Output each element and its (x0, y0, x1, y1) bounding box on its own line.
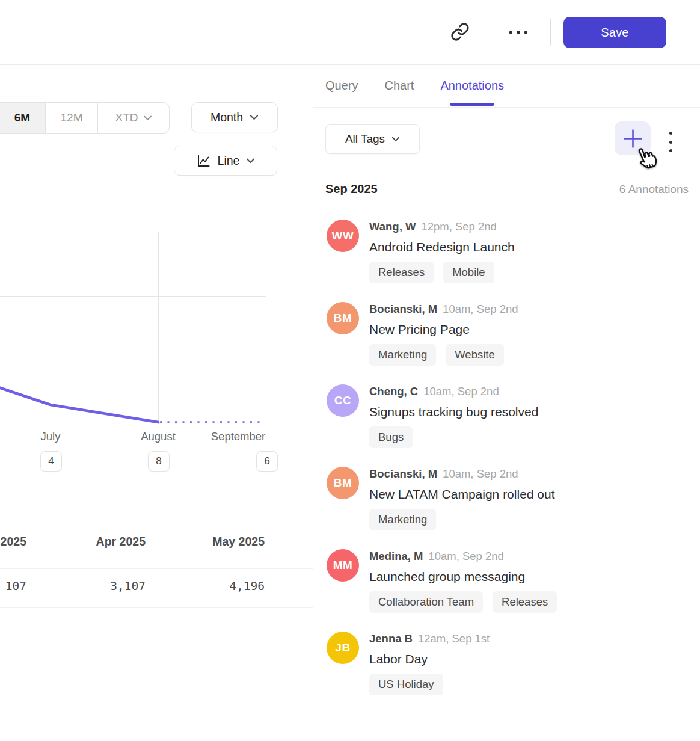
annotations-panel: Query Chart Annotations All Tags Sep 202… (313, 64, 700, 741)
gridline (266, 232, 266, 423)
timestamp: 12pm, Sep 2nd (421, 220, 496, 233)
tab-query[interactable]: Query (325, 64, 358, 107)
table-value-cell: 3,107 (26, 579, 146, 593)
timestamp: 10am, Sep 2nd (443, 467, 518, 481)
tag-pill[interactable]: Releases (369, 262, 434, 283)
tag-pill[interactable]: Collaboration Team (369, 591, 483, 613)
top-bar: Save (0, 0, 700, 65)
annotation-title: Launched group messaging (369, 567, 557, 587)
gridline (0, 360, 266, 360)
range-12m-button[interactable]: 12M (45, 103, 97, 133)
x-axis-label: September (202, 430, 274, 443)
range-xtd-button[interactable]: XTD (97, 103, 169, 133)
tab-annotations[interactable]: Annotations (440, 64, 504, 107)
link-icon (450, 22, 470, 43)
list-item[interactable]: JB Jenna B 12am, Sep 1st Labor Day US Ho… (327, 632, 700, 695)
more-options-button[interactable] (505, 24, 532, 41)
author-name: Bocianski, M (369, 303, 437, 316)
table-header-cell: Apr 2025 (26, 535, 146, 549)
timestamp: 10am, Sep 2nd (428, 550, 503, 563)
avatar: CC (327, 384, 359, 417)
chevron-down-icon (391, 136, 400, 142)
author-name: Medina, M (369, 550, 423, 563)
chart-panel: 6M 12M XTD Month Line July August Septem… (0, 64, 314, 741)
annotation-title: Labor Day (369, 649, 490, 669)
month-group-header: Sep 2025 6 Annotations (325, 182, 689, 196)
active-tab-underline (450, 103, 494, 106)
table-header-cell: May 2025 (146, 535, 265, 549)
save-button[interactable]: Save (563, 17, 666, 48)
table-value-cell: 4,196 (146, 579, 265, 593)
avatar: WW (327, 220, 359, 252)
header-divider (550, 19, 551, 46)
annotation-title: Android Redesign Launch (369, 237, 515, 257)
tag-filter-dropdown[interactable]: All Tags (325, 124, 420, 154)
chart-type-dropdown[interactable]: Line (174, 146, 277, 176)
timestamp: 10am, Sep 2nd (443, 303, 518, 316)
gridline (0, 232, 266, 232)
tag-pill[interactable]: Releases (493, 591, 557, 613)
granularity-dropdown[interactable]: Month (191, 102, 278, 132)
chevron-down-icon (246, 158, 255, 164)
kebab-icon (669, 132, 672, 135)
x-axis-label: July (14, 430, 87, 443)
timestamp: 12am, Sep 1st (418, 632, 490, 645)
gridline (0, 423, 266, 423)
list-item[interactable]: WW Wang, W 12pm, Sep 2nd Android Redesig… (327, 220, 700, 283)
tag-pill[interactable]: US Holiday (369, 674, 443, 695)
table-divider (0, 568, 313, 569)
annotation-list: WW Wang, W 12pm, Sep 2nd Android Redesig… (327, 220, 700, 714)
tag-pill[interactable]: Marketing (369, 344, 436, 366)
avatar: MM (327, 549, 359, 582)
table-divider (0, 607, 313, 608)
timestamp: 10am, Sep 2nd (423, 385, 499, 398)
table-header-cell: 2025 (0, 535, 26, 549)
list-item[interactable]: MM Medina, M 10am, Sep 2nd Launched grou… (327, 549, 700, 613)
tag-pill[interactable]: Mobile (443, 262, 494, 283)
annotation-count-badge[interactable]: 4 (40, 451, 62, 472)
annotation-title: New Pricing Page (369, 319, 518, 340)
annotation-count-badge[interactable]: 6 (256, 451, 278, 472)
metric-line-series (0, 227, 273, 429)
tag-pill[interactable]: Bugs (369, 426, 413, 448)
plus-icon (624, 129, 642, 148)
list-item[interactable]: BM Bocianski, M 10am, Sep 2nd New Pricin… (327, 302, 700, 366)
avatar: BM (327, 302, 359, 334)
range-6m-button[interactable]: 6M (0, 103, 45, 133)
ellipsis-icon (509, 31, 513, 34)
tag-pill[interactable]: Marketing (369, 509, 436, 530)
gridline (51, 232, 51, 423)
tag-pill[interactable]: Website (446, 344, 504, 366)
annotations-menu-button[interactable] (667, 132, 674, 152)
annotation-title: Signups tracking bug resolved (369, 402, 538, 422)
list-item[interactable]: CC Cheng, C 10am, Sep 2nd Signups tracki… (327, 384, 700, 448)
chevron-down-icon (143, 115, 152, 121)
tab-chart[interactable]: Chart (384, 64, 414, 107)
gridline (0, 296, 266, 297)
copy-link-button[interactable] (449, 21, 471, 44)
month-heading: Sep 2025 (325, 182, 378, 196)
author-name: Cheng, C (369, 385, 418, 398)
author-name: Jenna B (369, 632, 413, 645)
author-name: Wang, W (369, 220, 416, 233)
line-chart-icon (196, 153, 211, 168)
chevron-down-icon (250, 114, 259, 120)
add-annotation-button[interactable] (615, 121, 651, 155)
x-axis-label: August (122, 430, 194, 443)
annotation-title: New LATAM Campaign rolled out (369, 484, 555, 505)
table-value-cell: 107 (0, 579, 26, 593)
author-name: Bocianski, M (369, 467, 437, 481)
list-item[interactable]: BM Bocianski, M 10am, Sep 2nd New LATAM … (327, 467, 700, 530)
panel-tabs: Query Chart Annotations (313, 64, 700, 108)
date-range-segmented-control: 6M 12M XTD (0, 102, 170, 134)
annotation-count: 6 Annotations (619, 183, 689, 196)
avatar: JB (327, 632, 359, 664)
avatar: BM (327, 467, 359, 499)
annotation-count-badge[interactable]: 8 (148, 451, 170, 472)
gridline (158, 232, 159, 423)
